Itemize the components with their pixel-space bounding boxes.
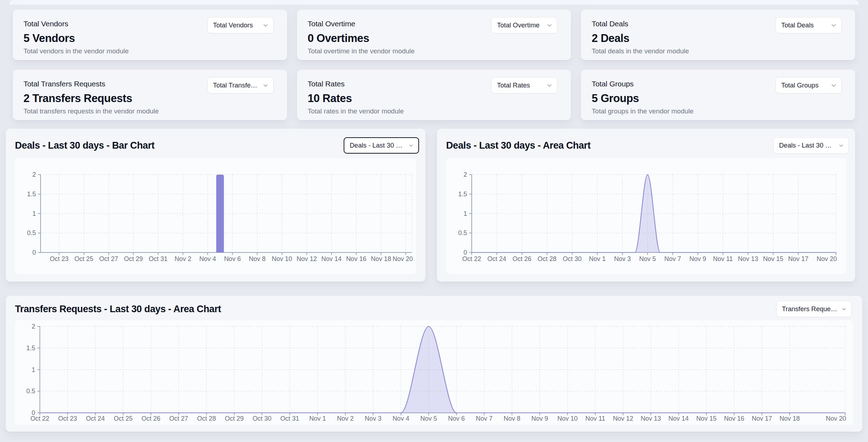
x-tick-label: Oct 24 [86,415,105,422]
stat-cards-grid: Total Vendors Total Vendors 5 Vendors To… [13,10,855,120]
x-tick-label: Nov 9 [689,255,706,262]
x-tick-label: Oct 24 [487,255,506,262]
y-tick-label: 1 [32,210,36,217]
y-tick-label: 2 [32,323,35,330]
stat-card-total-overtime: Total Overtime Total Overtime 0 Overtime… [297,10,571,60]
stat-metric-select[interactable]: Total Vendors [207,17,274,33]
stat-description: Total deals in the vendor module [592,47,845,55]
stat-metric-select[interactable]: Total Rates [491,77,557,94]
x-tick-label: Nov 5 [639,255,656,262]
chart-range-select[interactable]: Deals - Last 30 days -... [773,137,849,154]
select-value: Deals - Last 30 days -... [350,142,405,149]
x-tick-label: Oct 27 [169,415,188,422]
x-tick-label: Nov 11 [586,415,605,422]
x-tick-label: Nov 2 [337,415,354,422]
y-tick-label: 0 [464,249,467,256]
area-chart-panel: Oct 22Oct 24Oct 26Oct 28Oct 30Nov 1Nov 3… [446,158,846,274]
x-tick-label: Oct 29 [124,255,143,262]
x-tick-label: Oct 29 [225,415,244,422]
y-tick-label: 1.5 [26,345,35,352]
x-tick-label: Oct 30 [563,255,582,262]
x-tick-label: Nov 12 [297,255,317,262]
chevron-down-icon [408,143,414,149]
chart-range-select[interactable]: Transfers Requests -... [776,301,852,317]
x-tick-label: Nov 15 [763,255,783,262]
select-value: Total Transfers... [213,81,259,89]
select-value: Transfers Requests -... [782,305,838,313]
stat-card-total-groups: Total Groups Total Groups 5 Groups Total… [581,70,855,120]
x-tick-label: Oct 28 [197,415,216,422]
chart-title: Transfers Requests - Last 30 days - Area… [15,304,221,315]
select-value: Deals - Last 30 days -... [779,142,835,149]
x-tick-label: Nov 10 [272,255,292,262]
y-tick-label: 0.5 [458,229,467,236]
x-tick-label: Nov 18 [779,415,800,422]
content-top-edge [9,0,859,5]
select-value: Total Deals [781,21,814,29]
stat-value: 2 Deals [592,32,845,45]
x-tick-label: Oct 27 [99,255,118,262]
x-tick-label: Oct 25 [74,255,93,262]
chevron-down-icon [546,82,553,89]
chart-header: Deals - Last 30 days - Bar Chart Deals -… [6,129,425,154]
stat-value: 2 Transfers Requests [23,92,276,105]
stat-description: Total transfers requests in the vendor m… [23,107,276,115]
x-tick-label: Nov 1 [589,255,606,262]
x-tick-label: Oct 22 [462,255,481,262]
chevron-down-icon [262,82,269,89]
x-tick-label: Nov 16 [346,255,366,262]
stat-metric-select[interactable]: Total Overtime [491,17,557,33]
y-tick-label: 0 [32,409,35,416]
chevron-down-icon [546,22,553,29]
x-tick-label: Nov 4 [199,255,216,262]
x-tick-label: Nov 15 [696,415,716,422]
transfers-requests-area-chart-card: Transfers Requests - Last 30 days - Area… [6,296,862,432]
x-tick-label: Nov 10 [557,415,578,422]
chart-range-select[interactable]: Deals - Last 30 days -... [344,137,419,154]
x-tick-label: Nov 8 [504,415,520,422]
x-tick-label: Nov 6 [224,255,241,262]
x-tick-label: Oct 26 [142,415,160,422]
area-chart-canvas[interactable]: Oct 22Oct 23Oct 24Oct 25Oct 26Oct 27Oct … [15,320,853,425]
select-value: Total Overtime [497,21,539,29]
y-tick-label: 0 [32,249,36,256]
select-value: Total Vendors [213,21,253,29]
bar-chart-canvas[interactable]: Oct 23Oct 25Oct 27Oct 29Oct 31Nov 2Nov 4… [15,158,416,274]
x-tick-label: Nov 12 [613,415,633,422]
chart-header: Deals - Last 30 days - Area Chart Deals … [437,129,855,154]
x-tick-label: Nov 14 [321,255,342,262]
stat-card-total-rates: Total Rates Total Rates 10 Rates Total r… [297,70,571,120]
chart-title: Deals - Last 30 days - Area Chart [446,140,591,151]
x-tick-label: Nov 9 [531,415,548,422]
y-tick-label: 0.5 [26,388,35,395]
bar[interactable] [216,175,224,252]
x-tick-label: Nov 14 [668,415,689,422]
x-tick-label: Nov 16 [724,415,744,422]
x-tick-label: Oct 23 [58,415,77,422]
y-tick-label: 2 [32,171,36,178]
x-tick-label: Nov 3 [614,255,631,262]
stat-description: Total rates in the vendor module [308,107,561,115]
x-tick-label: Nov 20 [816,255,837,262]
y-tick-label: 1.5 [27,191,36,198]
area-chart-panel: Oct 22Oct 23Oct 24Oct 25Oct 26Oct 27Oct … [15,320,853,425]
y-tick-label: 1.5 [458,191,467,198]
chart-header: Transfers Requests - Last 30 days - Area… [6,296,862,317]
x-tick-label: Nov 20 [826,415,846,422]
stat-card-total-transfers-requests: Total Transfers Requests Total Transfers… [13,70,287,120]
x-tick-label: Nov 20 [392,255,413,262]
x-tick-label: Oct 30 [253,415,271,422]
stat-metric-select[interactable]: Total Deals [776,17,842,33]
stat-metric-select[interactable]: Total Groups [776,77,842,94]
x-tick-label: Oct 23 [50,255,69,262]
x-tick-label: Nov 18 [371,255,391,262]
area-chart-canvas[interactable]: Oct 22Oct 24Oct 26Oct 28Oct 30Nov 1Nov 3… [446,158,846,274]
x-tick-label: Nov 6 [448,415,465,422]
x-tick-label: Oct 28 [538,255,556,262]
chevron-down-icon [262,22,269,29]
stat-value: 10 Rates [308,92,561,105]
stat-metric-select[interactable]: Total Transfers... [207,77,274,94]
chevron-down-icon [830,22,837,29]
deals-bar-chart-card: Deals - Last 30 days - Bar Chart Deals -… [6,129,425,282]
select-value: Total Groups [781,81,819,89]
